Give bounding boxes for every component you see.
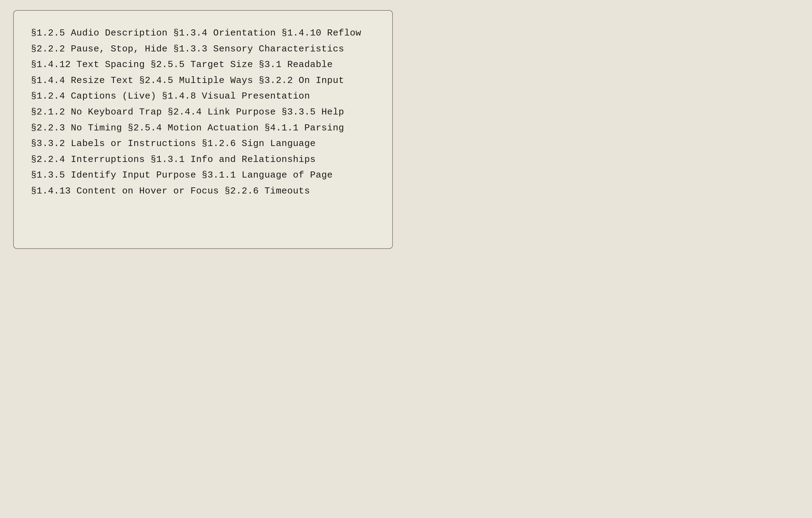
content-line-4: §1.4.4 Resize Text §2.4.5 Multiple Ways … <box>31 73 375 89</box>
content-line-3: §1.4.12 Text Spacing §2.5.5 Target Size … <box>31 57 375 73</box>
content-line-11: §1.4.13 Content on Hover or Focus §2.2.6… <box>31 183 375 199</box>
content-line-10: §1.3.5 Identify Input Purpose §3.1.1 Lan… <box>31 168 375 183</box>
content-lines: §1.2.5 Audio Description §1.3.4 Orientat… <box>31 25 375 199</box>
content-line-7: §2.2.3 No Timing §2.5.4 Motion Actuation… <box>31 120 375 136</box>
content-line-6: §2.1.2 No Keyboard Trap §2.4.4 Link Purp… <box>31 105 375 120</box>
content-line-9: §2.2.4 Interruptions §1.3.1 Info and Rel… <box>31 152 375 168</box>
content-line-5: §1.2.4 Captions (Live) §1.4.8 Visual Pre… <box>31 88 375 105</box>
main-card: §1.2.5 Audio Description §1.3.4 Orientat… <box>13 10 393 249</box>
content-line-1: §1.2.5 Audio Description §1.3.4 Orientat… <box>31 25 375 41</box>
content-line-2: §2.2.2 Pause, Stop, Hide §1.3.3 Sensory … <box>31 41 375 57</box>
content-line-8: §3.3.2 Labels or Instructions §1.2.6 Sig… <box>31 136 375 152</box>
